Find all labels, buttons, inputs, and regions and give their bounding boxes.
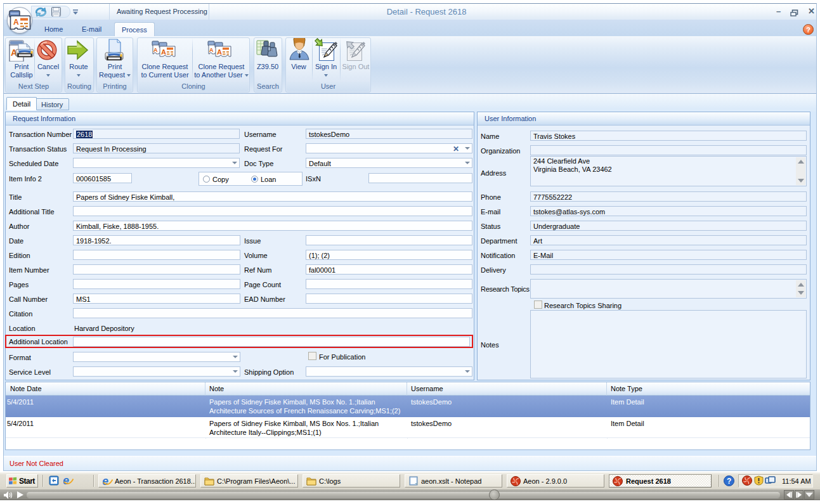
- svg-text:A: A: [13, 18, 19, 27]
- svg-text:?: ?: [727, 477, 731, 486]
